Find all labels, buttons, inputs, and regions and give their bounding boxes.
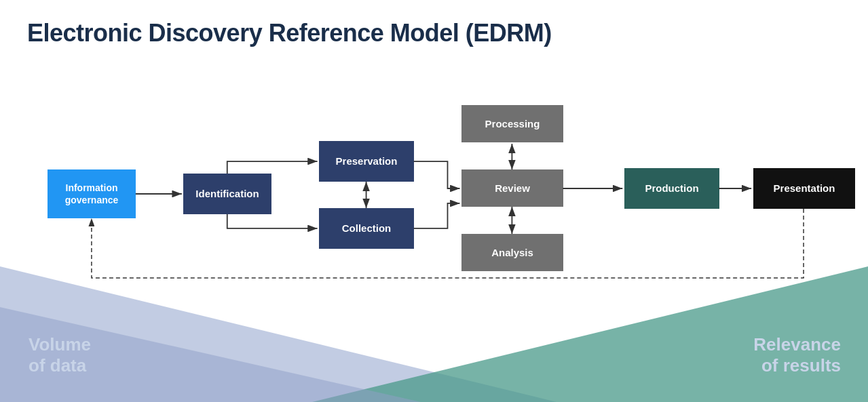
preservation-box: Preservation [319,141,414,182]
relevance-label: Relevance of results [753,334,841,376]
presentation-box: Presentation [753,168,855,209]
page-title: Electronic Discovery Reference Model (ED… [27,19,841,47]
production-box: Production [624,168,719,209]
identification-box: Identification [183,174,271,214]
review-box: Review [461,169,563,207]
analysis-box: Analysis [461,234,563,271]
edrm-diagram: Information governance Identification Pr… [27,68,841,298]
collection-box: Collection [319,208,414,249]
volume-label: Volume of data [29,334,91,376]
info-governance-box: Information governance [48,169,136,218]
processing-box: Processing [461,105,563,142]
main-container: Electronic Discovery Reference Model (ED… [0,0,868,402]
